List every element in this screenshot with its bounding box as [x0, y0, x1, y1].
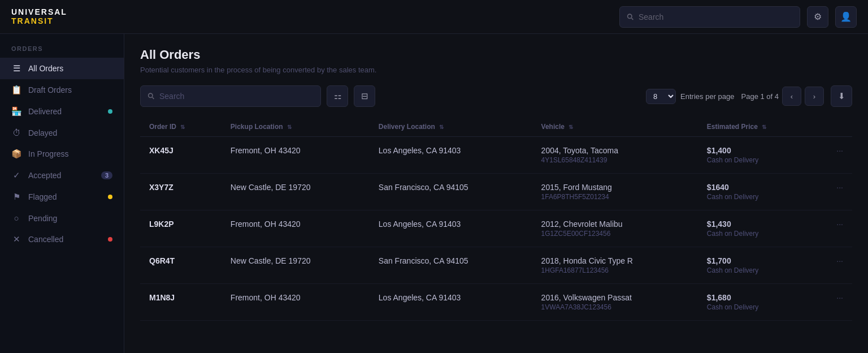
sidebar: ORDERS ☰All Orders📋Draft Orders🏪Delivere…: [0, 34, 124, 353]
svg-point-0: [628, 14, 632, 18]
all-orders-icon: ☰: [11, 63, 21, 74]
table-search-box[interactable]: [140, 85, 321, 107]
cell-pickup: Fremont, OH 43420: [222, 137, 370, 174]
cell-delivery: Los Angeles, CA 91403: [370, 137, 532, 174]
col-actions: [815, 117, 852, 137]
cell-price: $1,680Cash on Delivery: [698, 284, 815, 321]
sidebar-label-cancelled: Cancelled: [28, 235, 101, 244]
table-body: XK45JFremont, OH 43420Los Angeles, CA 91…: [140, 137, 852, 321]
table-row: M1N8JFremont, OH 43420Los Angeles, CA 91…: [140, 284, 852, 321]
toolbar-right: 8 16 24 Entries per page Page 1 of 4 ‹ ›…: [646, 85, 852, 107]
sidebar-label-in-progress: In Progress: [28, 149, 112, 158]
cell-vehicle: 2012, Chevrolet Malibu1G1ZC5E00CF123456: [532, 210, 698, 247]
logo-line2: TRANSIT: [11, 17, 67, 25]
cell-price: $1640Cash on Delivery: [698, 174, 815, 210]
sidebar-section-label: ORDERS: [0, 45, 124, 58]
cell-pickup: New Castle, DE 19720: [222, 174, 370, 210]
cell-price: $1,700Cash on Delivery: [698, 247, 815, 284]
cell-price: $1,430Cash on Delivery: [698, 210, 815, 247]
pagination-label: Page 1 of 4: [741, 92, 779, 101]
user-profile-button[interactable]: 👤: [835, 6, 857, 28]
toolbar-left: ⚏ ⊟: [140, 85, 375, 107]
dot-cancelled: [108, 237, 112, 242]
table-row: X3Y7ZNew Castle, DE 19720San Francisco, …: [140, 174, 852, 210]
sidebar-item-all-orders[interactable]: ☰All Orders: [0, 58, 124, 79]
delivered-icon: 🏪: [11, 106, 21, 117]
table-row: L9K2PFremont, OH 43420Los Angeles, CA 91…: [140, 210, 852, 247]
filter-columns-button[interactable]: ⚏: [327, 85, 348, 107]
sidebar-label-draft-orders: Draft Orders: [28, 85, 112, 94]
cell-vehicle: 2018, Honda Civic Type R1HGFA16877L12345…: [532, 247, 698, 284]
sidebar-item-pending[interactable]: ○Pending: [0, 208, 124, 229]
logo-line1: UNIVERSAL: [11, 8, 67, 16]
search-icon: [627, 13, 634, 21]
sidebar-item-in-progress[interactable]: 📦In Progress: [0, 143, 124, 165]
sidebar-label-all-orders: All Orders: [28, 64, 112, 73]
entries-select-input[interactable]: 8 16 24: [646, 89, 676, 104]
cell-vehicle: 2004, Toyota, Tacoma4Y1SL65848Z411439: [532, 137, 698, 174]
entries-per-page: 8 16 24 Entries per page: [646, 89, 734, 104]
pagination: Page 1 of 4 ‹ ›: [741, 87, 824, 106]
sidebar-label-delivered: Delivered: [28, 107, 101, 116]
cell-order-id: X3Y7Z: [140, 174, 222, 210]
sidebar-label-delayed: Delayed: [28, 128, 112, 137]
dot-flagged: [108, 195, 112, 199]
export-button[interactable]: ⬇: [831, 85, 852, 107]
svg-line-1: [632, 18, 633, 20]
badge-accepted: 3: [101, 171, 112, 179]
cell-delivery: San Francisco, CA 94105: [370, 247, 532, 284]
orders-table: Order ID ⇅Pickup Location ⇅Delivery Loca…: [140, 117, 852, 321]
pending-icon: ○: [11, 213, 21, 223]
dot-delivered: [108, 109, 112, 114]
table-row: XK45JFremont, OH 43420Los Angeles, CA 91…: [140, 137, 852, 174]
prev-page-button[interactable]: ‹: [782, 87, 801, 106]
row-actions-button[interactable]: ···: [815, 174, 852, 210]
sort-icon-price: ⇅: [762, 124, 766, 130]
row-actions-button[interactable]: ···: [815, 247, 852, 284]
sidebar-item-flagged[interactable]: ⚑Flagged: [0, 186, 124, 208]
sidebar-item-draft-orders[interactable]: 📋Draft Orders: [0, 79, 124, 101]
settings-button[interactable]: ⚙: [807, 6, 828, 28]
sort-icon-order_id: ⇅: [180, 124, 185, 130]
row-actions-button[interactable]: ···: [815, 210, 852, 247]
page-subtitle: Potential customers in the process of be…: [140, 66, 852, 74]
col-price[interactable]: Estimated Price ⇅: [698, 117, 815, 137]
app-logo: UNIVERSAL TRANSIT: [11, 8, 67, 25]
col-delivery[interactable]: Delivery Location ⇅: [370, 117, 532, 137]
cell-pickup: Fremont, OH 43420: [222, 210, 370, 247]
cell-order-id: XK45J: [140, 137, 222, 174]
in-progress-icon: 📦: [11, 149, 21, 159]
col-vehicle[interactable]: Vehicle ⇅: [532, 117, 698, 137]
row-actions-button[interactable]: ···: [815, 284, 852, 321]
sidebar-item-accepted[interactable]: ✓Accepted3: [0, 165, 124, 186]
cell-order-id: L9K2P: [140, 210, 222, 247]
main-layout: ORDERS ☰All Orders📋Draft Orders🏪Delivere…: [0, 34, 868, 353]
cell-pickup: Fremont, OH 43420: [222, 284, 370, 321]
col-order_id[interactable]: Order ID ⇅: [140, 117, 222, 137]
sidebar-item-delayed[interactable]: ⏱Delayed: [0, 122, 124, 143]
cell-vehicle: 2016, Volkswagen Passat1VWAA7A38JC123456: [532, 284, 698, 321]
page-title: All Orders: [140, 48, 852, 62]
table-search-input[interactable]: [159, 92, 314, 101]
sidebar-item-delivered[interactable]: 🏪Delivered: [0, 101, 124, 122]
row-actions-button[interactable]: ···: [815, 137, 852, 174]
global-search-input[interactable]: [639, 12, 793, 21]
sidebar-item-cancelled[interactable]: ✕Cancelled: [0, 229, 124, 250]
svg-line-3: [153, 97, 154, 99]
global-search-box[interactable]: [619, 6, 800, 28]
cell-delivery: San Francisco, CA 94105: [370, 174, 532, 210]
header: UNIVERSAL TRANSIT ⚙ 👤: [0, 0, 868, 34]
next-page-button[interactable]: ›: [805, 87, 824, 106]
delayed-icon: ⏱: [11, 128, 21, 137]
cell-delivery: Los Angeles, CA 91403: [370, 210, 532, 247]
main-content: All Orders Potential customers in the pr…: [124, 34, 868, 353]
cell-vehicle: 2015, Ford Mustang1FA6P8TH5F5Z01234: [532, 174, 698, 210]
sort-icon-vehicle: ⇅: [568, 124, 573, 130]
filter-button[interactable]: ⊟: [354, 85, 375, 107]
entries-label: Entries per page: [680, 92, 734, 101]
col-pickup[interactable]: Pickup Location ⇅: [222, 117, 370, 137]
cell-price: $1,400Cash on Delivery: [698, 137, 815, 174]
draft-orders-icon: 📋: [11, 85, 21, 95]
cell-order-id: Q6R4T: [140, 247, 222, 284]
sidebar-label-flagged: Flagged: [28, 192, 101, 201]
